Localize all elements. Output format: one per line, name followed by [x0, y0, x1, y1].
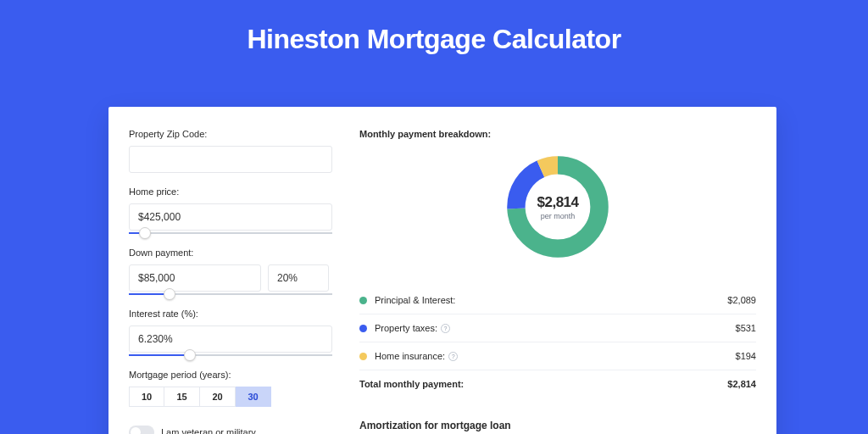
form-panel: Property Zip Code: Home price: Down paym… [108, 107, 339, 434]
interest-rate-slider[interactable] [129, 354, 332, 356]
info-icon[interactable]: ? [441, 324, 450, 333]
zip-input[interactable] [129, 146, 332, 173]
breakdown-title: Monthly payment breakdown: [359, 129, 756, 139]
down-payment-percent-input[interactable] [268, 264, 329, 292]
period-10[interactable]: 10 [129, 387, 164, 407]
down-payment-label: Down payment: [129, 248, 339, 258]
veteran-toggle-knob [131, 427, 141, 434]
home-price-input[interactable] [129, 203, 332, 231]
interest-rate-slider-fill [129, 354, 190, 356]
dot-ins [359, 353, 367, 360]
field-period: Mortgage period (years): 10 15 20 30 [129, 370, 339, 407]
period-15[interactable]: 15 [164, 387, 200, 407]
field-down-payment: Down payment: [129, 248, 339, 295]
home-price-label: Home price: [129, 186, 339, 197]
donut-amount: $2,814 [537, 194, 579, 211]
legend-total: Total monthly payment: $2,814 [359, 370, 756, 398]
interest-rate-label: Interest rate (%): [129, 309, 339, 319]
amortization-section: Amortization for mortgage loan Amortizat… [359, 420, 756, 434]
down-payment-slider[interactable] [129, 293, 332, 295]
amortization-title: Amortization for mortgage loan [359, 420, 756, 431]
legend-pi-value: $2,089 [727, 295, 756, 305]
donut-container: $2,814 per month [359, 149, 756, 268]
info-icon[interactable]: ? [448, 352, 458, 361]
legend-pi-label: Principal & Interest: [375, 295, 455, 305]
field-zip: Property Zip Code: [129, 129, 339, 173]
legend-total-value: $2,814 [727, 379, 756, 389]
breakdown-panel: Monthly payment breakdown: $2,814 [339, 107, 776, 434]
zip-label: Property Zip Code: [129, 129, 339, 139]
veteran-row: I am veteran or military [129, 426, 339, 434]
legend-tax-value: $531 [736, 323, 756, 333]
legend-ins-value: $194 [736, 351, 756, 361]
period-30[interactable]: 30 [236, 387, 271, 407]
down-payment-amount-input[interactable] [129, 264, 261, 292]
veteran-toggle[interactable] [129, 426, 154, 434]
legend-pi: Principal & Interest: $2,089 [359, 287, 756, 314]
interest-rate-input[interactable] [129, 326, 332, 353]
field-interest-rate: Interest rate (%): [129, 309, 339, 356]
home-price-slider-thumb[interactable] [139, 227, 151, 239]
legend-total-label: Total monthly payment: [359, 379, 464, 389]
legend-ins: Home insurance: ? $194 [359, 342, 756, 370]
donut-chart: $2,814 per month [504, 153, 612, 261]
legend-ins-label: Home insurance: [375, 351, 445, 361]
interest-rate-slider-thumb[interactable] [184, 349, 196, 361]
legend-tax-label: Property taxes: [375, 323, 437, 333]
period-label: Mortgage period (years): [129, 370, 339, 380]
calculator-card: Property Zip Code: Home price: Down paym… [108, 107, 776, 434]
donut-sub: per month [541, 212, 576, 220]
dot-pi [359, 297, 367, 304]
legend: Principal & Interest: $2,089 Property ta… [359, 287, 756, 398]
down-payment-slider-thumb[interactable] [164, 288, 175, 300]
home-price-slider[interactable] [129, 232, 332, 234]
page-title: Hineston Mortgage Calculator [0, 0, 868, 72]
dot-tax [359, 325, 367, 332]
period-20[interactable]: 20 [200, 387, 236, 407]
donut-center: $2,814 per month [504, 153, 612, 261]
field-home-price: Home price: [129, 186, 339, 234]
legend-tax: Property taxes: ? $531 [359, 314, 756, 342]
veteran-label: I am veteran or military [161, 427, 256, 434]
period-options: 10 15 20 30 [129, 387, 339, 407]
page: Hineston Mortgage Calculator Property Zi… [0, 0, 868, 434]
